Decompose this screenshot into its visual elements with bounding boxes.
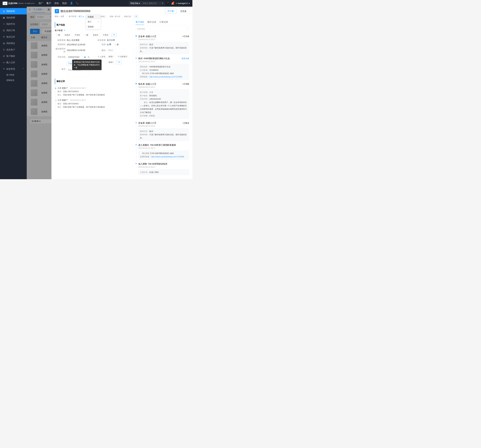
sidebar-item-friends[interactable]: ◷我的好友 xyxy=(0,8,27,14)
top-nav: 推广 客户 质检 数据 👤 📞 xyxy=(38,2,79,5)
sidebar-item-groups[interactable]: ▦我的群聊 xyxy=(0,14,27,21)
customer-detail-panel: f 微信名称6789990000966 代下单 交定金 昵称：小王 | 客户经理… xyxy=(52,7,192,179)
rtab-dynamic[interactable]: 客户动态 xyxy=(136,21,144,25)
friends-icon: ◷ xyxy=(3,10,5,13)
customer-tag[interactable]: 一般 xyxy=(83,33,90,37)
manager-select[interactable]: 张三 ▴ xyxy=(78,15,83,18)
view-detail-link[interactable]: 查看详情 xyxy=(181,57,189,60)
customer-tag[interactable]: 高意向 xyxy=(63,33,72,37)
filter-icon: ⋎ xyxy=(3,23,5,25)
user-menu[interactable]: manager11 ▾ xyxy=(176,2,190,5)
timeline-item: 报名单 创建人小王已失败2020/01/30 01:38:27客户经理：小王客户… xyxy=(136,82,189,121)
manager-option[interactable]: 张三✓ xyxy=(86,19,101,24)
customer-tag[interactable]: 高意向 xyxy=(91,33,100,37)
sidebar-sub-customer-tags[interactable]: 客户标签 xyxy=(0,72,27,77)
status-badge: 已完成 xyxy=(182,35,189,38)
id-icon[interactable]: ▦ xyxy=(84,56,86,58)
nav-data[interactable]: 数据 xyxy=(62,2,67,5)
phone-input[interactable]: 13241672152▦ xyxy=(67,55,87,59)
sidebar-item-calls[interactable]: ✆电话记录 xyxy=(0,34,27,40)
history-item: 小王 更新了2021/01/30 01:38:27微信：空值-136721828… xyxy=(55,97,129,109)
manager-dropdown: 师馨薇 张三✓ 俱保咏 xyxy=(86,14,101,29)
chevron-down-icon: ⌄ xyxy=(186,28,188,30)
search-type-select[interactable]: 手机号码 ▾ xyxy=(129,1,141,5)
sidebar-item-tags[interactable]: ✎标签管理⌃ xyxy=(0,66,27,72)
rtab-orders[interactable]: 订单记录 xyxy=(159,21,168,25)
personal-tag-more[interactable]: +4 xyxy=(116,60,122,64)
gender-label: 性别 xyxy=(95,43,105,46)
wechat-input[interactable]: 请输入 xyxy=(107,48,124,52)
personal-tag[interactable]: 个人标签12 xyxy=(116,54,129,58)
username: manager11 xyxy=(178,2,188,5)
group-chip[interactable]: 群聊六群 xyxy=(123,15,132,18)
timeline-item: 定金单 创建人小王已完成2020/01/30 01:38:27跟单方式：电话跟单… xyxy=(136,34,189,56)
search-input[interactable] xyxy=(143,2,161,5)
personal-tag-label: 个人标签 xyxy=(95,54,105,58)
sidebar-item-goods[interactable]: ⊞我的商品 xyxy=(0,40,27,46)
source-value: 线上-北京昱新 xyxy=(67,39,80,41)
sidebar: ◷我的好友 ▦我的群聊 ⋎我的学员 ☰我的订单 ✆电话记录 ⊞我的商品 ↻流失客… xyxy=(0,7,27,179)
dynamic-filter-select[interactable]: 全部动态⌄ xyxy=(136,27,189,31)
search-group: 手机号码 ▾ 🔍 xyxy=(129,1,165,5)
add-time-label: 添加时间 xyxy=(55,43,66,46)
personal-tag[interactable]: 标签1 xyxy=(107,54,115,58)
inherit-icon: ⇄ xyxy=(3,55,5,57)
customer-avatar-icon: f xyxy=(55,9,59,13)
tag-more[interactable]: +4 xyxy=(111,33,117,37)
goods-icon: ⊞ xyxy=(3,42,5,45)
link[interactable]: http://www.yunduoketang.com/?123456 xyxy=(151,156,184,158)
link[interactable]: http://www.yunduoketang.com/?123456 xyxy=(149,76,182,78)
sidebar-sub-group-tags[interactable]: 群聊标签 xyxy=(0,77,27,83)
place-order-button[interactable]: 代下单 xyxy=(165,9,176,14)
status-badge: 已取消 xyxy=(182,122,189,124)
nickname-value: 小王 xyxy=(60,15,64,17)
last-chat-value: 2021/09/10 12:00:00 xyxy=(67,49,85,52)
edit-icon[interactable]: ✎ xyxy=(64,29,65,31)
manager-option[interactable]: 俱保咏 xyxy=(86,24,101,29)
logo-icon: ☁ xyxy=(3,2,7,5)
chevron-up-icon: ⌃ xyxy=(22,68,24,70)
logo-subtitle: 教育机构一站 式服务云平台 xyxy=(17,2,35,4)
rtab-chat[interactable]: 聊天记录 xyxy=(148,21,156,25)
logo: ☁ 云朵CRM 教育机构一站 式服务云平台 xyxy=(3,2,35,5)
deposit-button[interactable]: 交定金 xyxy=(178,9,189,14)
wechat-label: 微信 xyxy=(95,49,105,52)
sidebar-item-students[interactable]: ⋎我的学员 xyxy=(0,21,27,27)
chevron-up-icon: ▴ xyxy=(83,15,84,17)
sidebar-item-delete[interactable]: ✂删人记录 xyxy=(0,59,27,66)
timeline-item: 定金单 创建人小王已取消2020/01/30 01:38:27跟单方式：电话跟单… xyxy=(136,121,189,143)
panel-title: 微信名称6789990000966 xyxy=(60,9,164,13)
phone-label: 手机号码 xyxy=(55,56,66,58)
sidebar-item-lost[interactable]: ↻流失客户 xyxy=(0,46,27,53)
personal-tag[interactable]: 标签1 xyxy=(107,60,115,64)
device-icon[interactable]: 📱 xyxy=(167,2,169,5)
check-icon: ✓ xyxy=(98,21,99,23)
order-icon: ☰ xyxy=(3,29,5,32)
chevron-down-icon: ▾ xyxy=(189,2,190,5)
nav-customer[interactable]: 客户 xyxy=(46,2,51,5)
sidebar-item-inherit[interactable]: ⇄客户继承 xyxy=(0,53,27,59)
last-chat-label: 最近聊天时间 xyxy=(55,47,66,53)
search-icon[interactable]: 🔍 xyxy=(162,3,163,4)
customer-tag[interactable]: 中意向 xyxy=(101,33,110,37)
timeline-item: 购买 4399理财课进阶课程大礼包查看详情2021/01/30 01:38:27… xyxy=(136,56,189,82)
user-icon[interactable]: 👤 xyxy=(70,2,73,5)
nav-promote[interactable]: 推广 xyxy=(38,2,43,5)
copy-icon[interactable]: ⧉ xyxy=(88,56,89,58)
phone-icon[interactable]: 📞 xyxy=(76,2,79,5)
source-label: 获客来源 xyxy=(55,39,66,41)
phone-tooltip: 查询到此手机号码在系统中已存在，可以将两条客户数据合并为一条 xyxy=(72,60,102,70)
manager-option[interactable]: 师馨薇 xyxy=(86,15,101,19)
group-icon: ▦ xyxy=(3,16,5,19)
nav-qc[interactable]: 质检 xyxy=(54,2,59,5)
sidebar-item-orders[interactable]: ☰我的订单 xyxy=(0,27,27,34)
remark-label: 备注 xyxy=(55,68,66,70)
gender-female-radio[interactable]: 女 xyxy=(115,43,119,46)
status-badge: 已失败 xyxy=(182,83,189,85)
bell-icon[interactable]: 🔔5 xyxy=(171,2,174,5)
group-more-chip[interactable]: +4 xyxy=(134,15,138,18)
customer-tag[interactable]: 一般 xyxy=(55,33,62,37)
group-chip[interactable]: 群聊一群大群 xyxy=(109,15,121,18)
customer-tag[interactable]: 中意向 xyxy=(73,33,82,37)
gender-male-radio[interactable]: 男 xyxy=(107,43,111,46)
